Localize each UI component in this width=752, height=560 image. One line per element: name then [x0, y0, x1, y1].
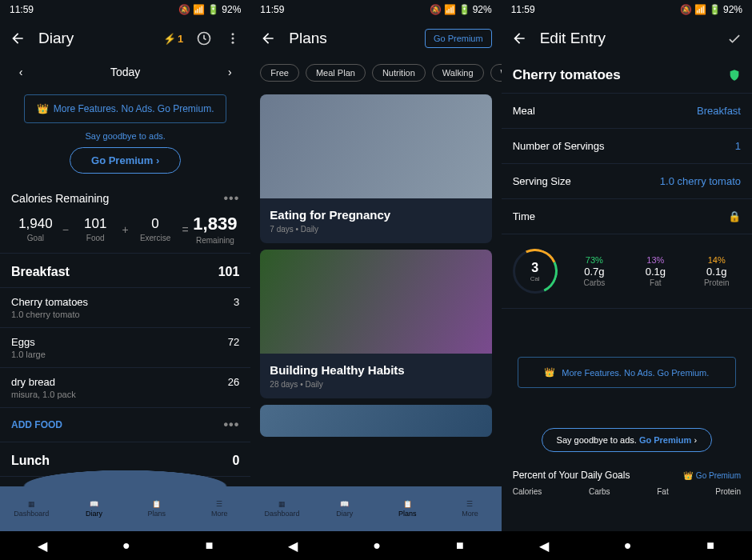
- tab-diary[interactable]: 📖Diary: [62, 500, 125, 518]
- svg-point-2: [232, 38, 234, 40]
- svg-point-1: [232, 33, 234, 35]
- book-icon: 📖: [90, 500, 98, 508]
- calories-remaining-label: Calories Remaining: [11, 192, 109, 205]
- macro-protein: 14%0.1gProtein: [693, 255, 741, 287]
- goals-premium-link[interactable]: 👑Go Premium: [683, 471, 741, 480]
- tab-dashboard[interactable]: ▦Dashboard: [250, 500, 313, 518]
- nav-home-icon[interactable]: ●: [373, 538, 381, 553]
- battery-icon: 🔋: [207, 4, 219, 15]
- promo-banner[interactable]: 👑 More Features. No Ads. Go Premium.: [518, 357, 736, 388]
- chip-meal[interactable]: Meal Plan: [306, 64, 366, 82]
- lock-icon: 🔒: [728, 210, 741, 222]
- clipboard-icon: 📋: [152, 500, 161, 508]
- calorie-circle: 3 Cal: [513, 249, 558, 294]
- back-icon[interactable]: [260, 30, 276, 46]
- tab-diary[interactable]: 📖Diary: [314, 500, 376, 518]
- confirm-icon[interactable]: [726, 30, 742, 46]
- food-item[interactable]: dry breadmisura, 1.0 pack26: [0, 368, 250, 408]
- app-bar: Edit Entry: [502, 19, 752, 58]
- battery-pct: 92%: [222, 4, 241, 15]
- prev-day-icon[interactable]: ‹: [13, 64, 29, 80]
- plans-screen: 11:59 🔕 📶 🔋 92% Plans Go Premium Free Me…: [250, 0, 501, 560]
- daily-goals-section: Percent of Your Daily Goals 👑Go Premium …: [502, 463, 752, 502]
- next-day-icon[interactable]: ›: [222, 64, 238, 80]
- tab-dashboard[interactable]: ▦Dashboard: [0, 500, 62, 518]
- meal-row[interactable]: MealBreakfast: [502, 94, 752, 129]
- food-more-icon[interactable]: •••: [224, 418, 240, 432]
- go-premium-button[interactable]: Go Premium ›: [70, 147, 181, 174]
- page-title: Edit Entry: [540, 30, 714, 47]
- book-icon: 📖: [340, 500, 349, 508]
- nav-back-icon[interactable]: ◀: [38, 538, 47, 554]
- history-icon[interactable]: [196, 30, 212, 46]
- grid-icon: ▦: [278, 500, 286, 508]
- bottom-promo-button[interactable]: Say goodbye to ads. Go Premium ›: [542, 428, 713, 452]
- add-food-button[interactable]: ADD FOOD•••: [0, 408, 250, 442]
- streak-badge[interactable]: ⚡ 1: [163, 33, 183, 45]
- breakfast-header[interactable]: Breakfast 101: [0, 254, 250, 288]
- serving-size-row[interactable]: Serving Size1.0 cherry tomato: [502, 164, 752, 199]
- date-label[interactable]: Today: [110, 66, 140, 78]
- plan-image: [260, 250, 491, 354]
- page-title: Plans: [289, 30, 412, 47]
- bottom-tabs: ▦Dashboard 📖Diary 📋Plans ☰More: [250, 486, 501, 531]
- tab-more[interactable]: ☰More: [438, 500, 501, 518]
- food-item[interactable]: Cherry tomatoes1.0 cherry tomato3: [0, 288, 250, 328]
- page-title: Diary: [38, 30, 150, 47]
- app-bar: Diary ⚡ 1: [0, 19, 250, 58]
- promo-banner[interactable]: 👑 More Features. No Ads. Go Premium.: [24, 94, 226, 123]
- menu-icon: ☰: [466, 500, 473, 508]
- plan-image: [260, 405, 491, 437]
- android-nav: ◀ ● ■: [250, 531, 501, 560]
- clock: 11:59: [10, 4, 34, 15]
- svg-point-3: [232, 42, 234, 44]
- plan-card[interactable]: Eating for Pregnancy 7 days • Daily: [260, 94, 491, 243]
- tab-plans[interactable]: 📋Plans: [126, 500, 188, 518]
- tab-plans[interactable]: 📋Plans: [376, 500, 438, 518]
- verified-icon: [728, 69, 741, 82]
- silent-icon: 🔕: [680, 4, 692, 15]
- signal-icon: 📶: [193, 4, 205, 15]
- back-icon[interactable]: [10, 30, 26, 46]
- filter-chips: Free Meal Plan Nutrition Walking Workout: [250, 58, 501, 88]
- time-row[interactable]: Time🔒: [502, 199, 752, 234]
- diary-screen: 11:59 🔕 📶 🔋 92% Diary ⚡ 1 ‹ Today › 👑 Mo…: [0, 0, 250, 560]
- clock: 11:59: [511, 4, 535, 15]
- silent-icon: 🔕: [430, 4, 442, 15]
- go-premium-button[interactable]: Go Premium: [425, 29, 492, 48]
- nav-recent-icon[interactable]: ■: [206, 538, 214, 553]
- nav-back-icon[interactable]: ◀: [539, 538, 549, 554]
- macro-carbs: 73%0.7gCarbs: [570, 255, 618, 287]
- status-bar: 11:59 🔕 📶 🔋 92%: [250, 0, 501, 19]
- date-nav: ‹ Today ›: [0, 58, 250, 86]
- nav-back-icon[interactable]: ◀: [288, 538, 298, 554]
- battery-pct: 92%: [473, 4, 492, 15]
- android-nav: ◀ ● ■: [0, 531, 250, 560]
- plan-image: [260, 94, 491, 198]
- plan-card[interactable]: [260, 405, 491, 437]
- nav-home-icon[interactable]: ●: [624, 538, 632, 553]
- crown-icon: 👑: [37, 103, 49, 114]
- chip-workout[interactable]: Workout: [490, 64, 502, 82]
- signal-icon: 📶: [694, 4, 706, 15]
- menu-icon: ☰: [216, 500, 222, 508]
- panel-more-icon[interactable]: •••: [224, 191, 240, 206]
- chip-nutrition[interactable]: Nutrition: [372, 64, 426, 82]
- chip-walking[interactable]: Walking: [432, 64, 484, 82]
- nav-home-icon[interactable]: ●: [122, 538, 130, 553]
- app-bar: Plans Go Premium: [250, 19, 501, 58]
- more-icon[interactable]: [225, 30, 241, 46]
- plan-card[interactable]: Building Healthy Habits 28 days • Daily: [260, 250, 491, 398]
- status-bar: 11:59 🔕 📶 🔋 92%: [0, 0, 250, 19]
- battery-icon: 🔋: [458, 4, 470, 15]
- back-icon[interactable]: [511, 30, 527, 46]
- bolt-icon: ⚡: [163, 33, 176, 45]
- macro-fat: 13%0.1gFat: [631, 255, 679, 287]
- chip-free[interactable]: Free: [260, 64, 299, 82]
- nav-recent-icon[interactable]: ■: [706, 538, 714, 553]
- nav-recent-icon[interactable]: ■: [456, 538, 464, 553]
- food-name-row: Cherry tomatoes: [502, 58, 752, 94]
- food-item[interactable]: Eggs1.0 large72: [0, 328, 250, 368]
- tab-more[interactable]: ☰More: [188, 500, 250, 518]
- servings-row[interactable]: Number of Servings1: [502, 129, 752, 164]
